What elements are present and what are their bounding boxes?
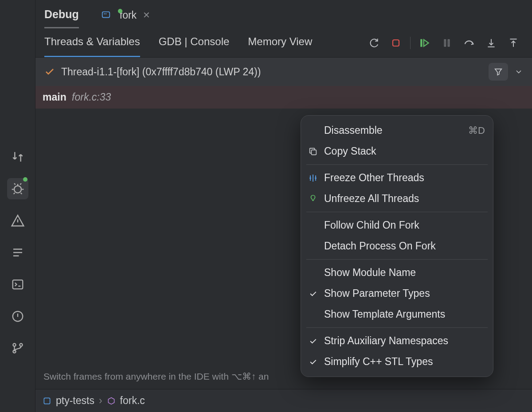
frame-location: fork.c:33: [72, 91, 111, 103]
file-icon: [101, 10, 111, 20]
svg-rect-1: [12, 280, 23, 289]
menu-item-label: Follow Child On Fork: [324, 219, 419, 231]
sidebar-terminal-icon[interactable]: [7, 274, 28, 295]
step-out-button[interactable]: [505, 35, 521, 51]
svg-point-0: [14, 186, 21, 193]
file-tab-fork[interactable]: fork ✕: [101, 6, 150, 27]
sidebar-lines-icon[interactable]: [7, 242, 28, 263]
menu-item-simplify-c-stl-types[interactable]: Simplify C++ STL Types: [301, 351, 493, 372]
svg-point-3: [13, 343, 16, 346]
checkmark-icon: [307, 335, 319, 347]
checkmark-icon: [307, 356, 319, 368]
svg-rect-13: [44, 398, 50, 404]
menu-item-label: Unfreeze All Threads: [324, 193, 419, 205]
debug-toolbar: [366, 35, 523, 51]
file-modified-dot: [118, 9, 122, 13]
resume-button[interactable]: [417, 35, 433, 51]
menu-item-label: Disassemble: [324, 124, 383, 136]
hint-text: Switch frames from anywhere in the IDE w…: [43, 371, 269, 382]
breadcrumb-project[interactable]: pty-tests: [56, 395, 94, 407]
unfreeze-icon: [307, 193, 319, 205]
svg-point-7: [104, 13, 105, 14]
menu-shortcut: ⌘D: [468, 125, 485, 136]
svg-point-4: [20, 343, 22, 346]
menu-separator: [306, 212, 488, 212]
menu-item-label: Show Module Name: [324, 267, 416, 279]
frame-function: main: [43, 91, 66, 103]
menu-separator: [306, 164, 488, 165]
tool-window-sidebar: [0, 0, 35, 412]
menu-item-label: Freeze Other Threads: [324, 172, 424, 184]
sidebar-git-icon[interactable]: [7, 338, 28, 359]
svg-rect-12: [448, 39, 450, 46]
filter-icon: [493, 67, 503, 77]
breadcrumb-bar: pty-tests › fork.c: [35, 389, 532, 412]
breadcrumb-file[interactable]: fork.c: [120, 395, 145, 407]
title-row: Debug fork ✕: [35, 0, 532, 28]
close-icon[interactable]: ✕: [143, 10, 150, 20]
active-indicator-dot: [23, 177, 27, 182]
sidebar-debug-icon[interactable]: [7, 178, 28, 199]
sidebar-swap-icon[interactable]: [7, 146, 28, 167]
menu-item-label: Show Parameter Types: [324, 288, 430, 299]
svg-rect-10: [421, 39, 422, 46]
menu-separator: [306, 259, 488, 260]
menu-item-detach-process-on-fork[interactable]: Detach Process On Fork: [301, 236, 493, 257]
filter-button[interactable]: [489, 63, 508, 81]
step-over-button[interactable]: [461, 35, 477, 51]
menu-item-follow-child-on-fork[interactable]: Follow Child On Fork: [301, 215, 493, 236]
menu-separator: [306, 327, 488, 328]
menu-item-copy-stack[interactable]: Copy Stack: [301, 141, 493, 162]
svg-rect-11: [445, 39, 446, 46]
menu-item-freeze-other-threads[interactable]: Freeze Other Threads: [301, 167, 493, 188]
menu-item-disassemble[interactable]: Disassemble⌘D: [301, 120, 493, 141]
chevron-down-icon[interactable]: [514, 67, 523, 76]
step-into-button[interactable]: [483, 35, 499, 51]
svg-rect-6: [102, 12, 110, 18]
tab-threads-variables[interactable]: Threads & Variables: [44, 28, 140, 57]
tab-memory-view[interactable]: Memory View: [248, 28, 312, 57]
tool-window-title: Debug: [44, 4, 79, 28]
checkmark-icon: [307, 288, 319, 299]
menu-item-label: Show Template Arguments: [324, 308, 445, 320]
menu-item-strip-auxiliary-namespaces[interactable]: Strip Auxiliary Namespaces: [301, 330, 493, 351]
breadcrumb-separator: ›: [99, 395, 102, 407]
sidebar-problems-icon[interactable]: [7, 306, 28, 327]
thread-label: Thread-i1.1-[fork] (0x7ffff7d8b740 (LWP …: [61, 66, 261, 78]
checkmark-icon: [44, 66, 55, 77]
pause-button[interactable]: [439, 35, 455, 51]
menu-item-show-module-name[interactable]: Show Module Name: [301, 262, 493, 283]
project-icon: [43, 396, 51, 405]
thread-row[interactable]: Thread-i1.1-[fork] (0x7ffff7d8b740 (LWP …: [35, 58, 532, 86]
menu-item-label: Copy Stack: [324, 145, 376, 157]
menu-item-label: Simplify C++ STL Types: [324, 356, 433, 368]
toolbar-divider: [410, 37, 411, 49]
copy-icon: [307, 146, 319, 157]
svg-rect-14: [311, 150, 316, 155]
context-menu: Disassemble⌘DCopy StackFreeze Other Thre…: [301, 115, 493, 377]
svg-point-8: [106, 13, 106, 14]
debug-panel-tabs: Threads & Variables GDB | Console Memory…: [35, 28, 532, 58]
stop-button[interactable]: [388, 35, 404, 51]
menu-item-unfreeze-all-threads[interactable]: Unfreeze All Threads: [301, 188, 493, 209]
freeze-icon: [307, 172, 319, 184]
menu-item-show-template-arguments[interactable]: Show Template Arguments: [301, 304, 493, 325]
svg-rect-9: [393, 40, 399, 46]
menu-item-label: Detach Process On Fork: [324, 240, 436, 252]
menu-item-show-parameter-types[interactable]: Show Parameter Types: [301, 283, 493, 304]
c-file-icon: [107, 396, 116, 405]
frame-row[interactable]: main fork.c:33: [35, 86, 532, 109]
rerun-button[interactable]: [366, 35, 382, 51]
sidebar-warning-icon[interactable]: [7, 210, 28, 231]
menu-item-label: Strip Auxiliary Namespaces: [324, 335, 448, 347]
tab-gdb-console[interactable]: GDB | Console: [159, 28, 230, 57]
